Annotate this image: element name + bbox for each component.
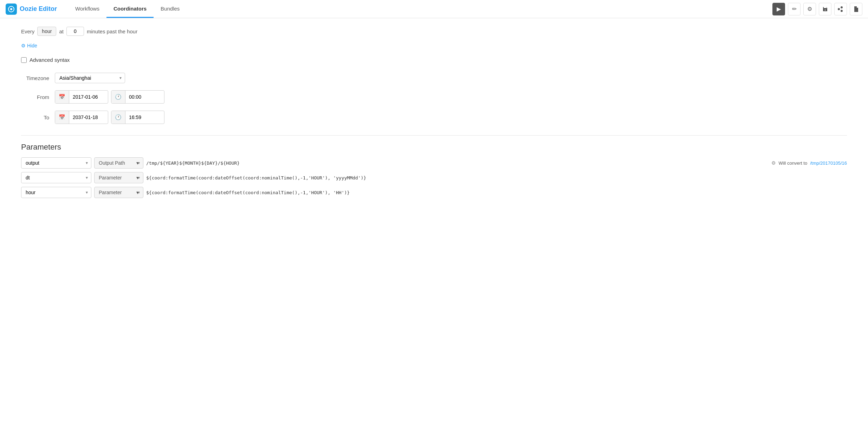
parameters-divider	[21, 135, 847, 136]
param-type-label-2: Parameter	[99, 190, 122, 195]
param-value-text-1: ${coord:formatTime(coord:dateOffset(coor…	[146, 175, 847, 180]
param-type-wrapper-1: Parameter ▾	[94, 172, 143, 183]
param-row-hour: hour Parameter ▾ ${coord:formatTime(coor…	[21, 187, 847, 198]
from-calendar-icon: 📅	[55, 91, 69, 103]
parameters-title: Parameters	[21, 143, 847, 152]
file-button[interactable]	[850, 3, 862, 15]
share-button[interactable]	[834, 3, 847, 15]
brand-title: Oozie Editor	[20, 5, 57, 13]
navbar: Oozie Editor Workflows Coordinators Bund…	[0, 0, 868, 18]
main-content: Every hour at minutes past the hour ⚙ Hi…	[0, 18, 868, 210]
param-value-area-1: ${coord:formatTime(coord:dateOffset(coor…	[146, 175, 847, 180]
to-label: To	[21, 114, 49, 120]
advanced-syntax-row: Advanced syntax	[21, 57, 847, 63]
to-time-input[interactable]	[125, 112, 164, 122]
frequency-row: Every hour at minutes past the hour	[21, 27, 847, 36]
timezone-row: Timezone Asia/Shanghai UTC America/New_Y…	[21, 73, 847, 83]
param-type-btn-2[interactable]: Parameter ▾	[94, 187, 143, 198]
to-time-wrapper: 🕐	[111, 111, 164, 124]
advanced-syntax-label: Advanced syntax	[30, 57, 70, 63]
timezone-label: Timezone	[21, 75, 49, 81]
param-name-wrapper-1: dt	[21, 172, 91, 183]
param-type-btn-0[interactable]: Output Path ▾	[94, 157, 143, 169]
param-type-chevron-0: ▾	[136, 160, 139, 166]
to-datetime-group: 📅 🕐	[55, 111, 164, 124]
from-date-wrapper: 📅	[55, 90, 108, 104]
brand: Oozie Editor	[6, 4, 57, 15]
param-name-wrapper-0: output	[21, 157, 91, 169]
filter-icon: ⚙	[21, 43, 26, 48]
to-row: To 📅 🕐	[21, 111, 847, 124]
tab-coordinators[interactable]: Coordinators	[106, 0, 154, 18]
play-button[interactable]: ▶	[772, 3, 785, 15]
from-time-input[interactable]	[125, 92, 164, 102]
svg-point-1	[10, 8, 12, 10]
frequency-prefix: Every	[21, 28, 34, 34]
param-type-label-0: Output Path	[99, 160, 125, 166]
param-type-wrapper-2: Parameter ▾	[94, 187, 143, 198]
tab-bundles[interactable]: Bundles	[154, 0, 187, 18]
to-calendar-icon: 📅	[55, 111, 69, 124]
param-name-select-2[interactable]: hour	[21, 187, 91, 198]
frequency-unit-badge[interactable]: hour	[37, 27, 56, 36]
param-name-select-1[interactable]: dt	[21, 172, 91, 183]
param-name-wrapper-2: hour	[21, 187, 91, 198]
hide-label[interactable]: Hide	[27, 43, 37, 48]
from-label: From	[21, 94, 49, 100]
timezone-select-wrapper: Asia/Shanghai UTC America/New_York	[55, 73, 125, 83]
param-type-chevron-1: ▾	[136, 175, 139, 180]
frequency-at: at	[59, 28, 64, 34]
param-row-dt: dt Parameter ▾ ${coord:formatTime(coord:…	[21, 172, 847, 183]
from-date-input[interactable]	[69, 92, 108, 102]
timezone-select[interactable]: Asia/Shanghai UTC America/New_York	[55, 73, 125, 83]
from-datetime-group: 📅 🕐	[55, 90, 164, 104]
to-date-input[interactable]	[69, 112, 108, 122]
settings-button[interactable]: ⚙	[803, 3, 816, 15]
frequency-suffix: minutes past the hour	[87, 28, 137, 34]
brand-icon	[6, 4, 17, 15]
param-value-text-0: /tmp/${YEAR}${MONTH}${DAY}/${HOUR}	[146, 160, 769, 166]
param-type-btn-1[interactable]: Parameter ▾	[94, 172, 143, 183]
to-clock-icon: 🕐	[111, 111, 125, 124]
param-filter-icon-0[interactable]: ⚙	[771, 160, 776, 166]
from-row: From 📅 🕐	[21, 90, 847, 104]
from-clock-icon: 🕐	[111, 91, 125, 103]
param-row-output: output Output Path ▾ /tmp/${YEAR}${MONTH…	[21, 157, 847, 169]
param-value-area-0: /tmp/${YEAR}${MONTH}${DAY}/${HOUR} ⚙ Wil…	[146, 160, 847, 166]
param-convert-prefix-0: Will convert to	[779, 160, 808, 166]
navbar-actions: ▶ ✏ ⚙	[772, 3, 862, 15]
param-convert-link-0[interactable]: /tmp/20170105/16	[810, 160, 847, 166]
parameters-table: output Output Path ▾ /tmp/${YEAR}${MONTH…	[21, 157, 847, 198]
from-time-wrapper: 🕐	[111, 90, 164, 104]
save-button[interactable]	[819, 3, 831, 15]
param-value-area-2: ${coord:formatTime(coord:dateOffset(coor…	[146, 190, 847, 195]
nav-tabs: Workflows Coordinators Bundles	[68, 0, 187, 18]
tab-workflows[interactable]: Workflows	[68, 0, 106, 18]
frequency-minutes-input[interactable]	[66, 27, 84, 36]
advanced-syntax-checkbox[interactable]	[21, 57, 27, 63]
param-value-text-2: ${coord:formatTime(coord:dateOffset(coor…	[146, 190, 847, 195]
param-type-label-1: Parameter	[99, 175, 122, 180]
hide-link[interactable]: ⚙ Hide	[21, 43, 847, 48]
to-date-wrapper: 📅	[55, 111, 108, 124]
edit-button[interactable]: ✏	[788, 3, 801, 15]
param-type-chevron-2: ▾	[136, 190, 139, 195]
param-type-wrapper-0: Output Path ▾	[94, 157, 143, 169]
param-name-select-0[interactable]: output	[21, 157, 91, 169]
